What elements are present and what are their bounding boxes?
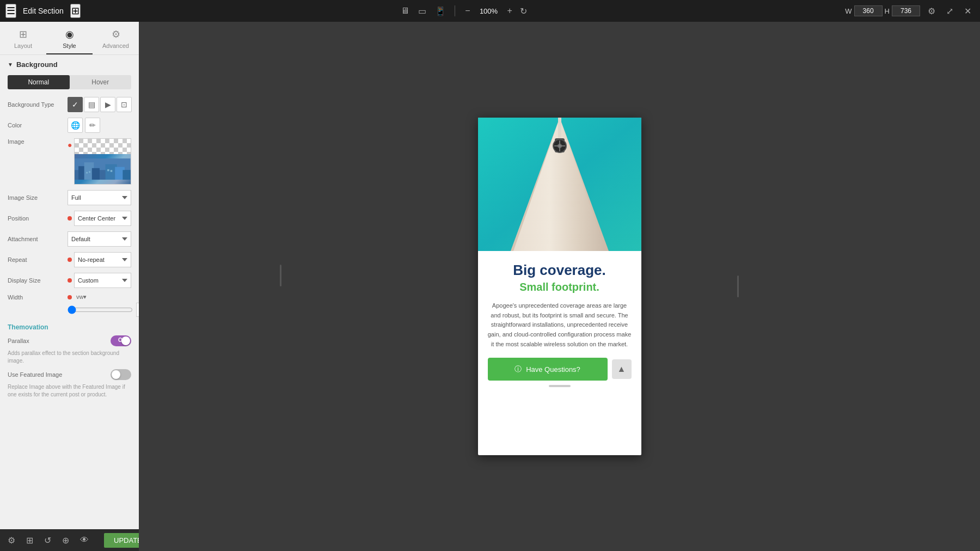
position-select[interactable]: Center Center <box>74 211 131 226</box>
tab-advanced-label: Advanced <box>102 42 129 49</box>
repeat-link-dot <box>68 258 72 262</box>
top-bar-left: ☰ Edit Section ⊞ <box>5 4 81 18</box>
top-bar-right: W H ⚙ ⤢ ✕ <box>845 5 975 17</box>
handle-bar-right <box>737 276 739 297</box>
svg-rect-10 <box>108 169 110 172</box>
width-slider[interactable] <box>68 305 133 314</box>
preview-hero-image <box>478 118 641 251</box>
repeat-label: Repeat <box>8 256 68 263</box>
preview-body-text: Apogee's unprecedented coverage areas ar… <box>488 301 632 349</box>
resize-handle-left[interactable] <box>278 22 283 529</box>
hamburger-button[interactable]: ☰ <box>5 4 16 18</box>
handle-bar-left <box>280 265 281 286</box>
update-button[interactable]: UPDATE <box>104 533 139 548</box>
tab-advanced[interactable]: ⚙ Advanced <box>93 25 139 54</box>
preview-scroll-indicator <box>549 385 571 387</box>
close-button[interactable]: ✕ <box>961 5 975 17</box>
featured-image-toggle[interactable]: No <box>111 369 131 380</box>
bg-type-color-button[interactable]: ✓ <box>68 97 83 112</box>
page-title: Edit Section <box>23 7 64 15</box>
position-row: Position Center Center <box>8 211 131 226</box>
mobile-device-button[interactable]: 📱 <box>433 4 448 19</box>
width-unit-label: vw▾ <box>76 293 87 301</box>
bg-type-slideshow-button[interactable]: ⊡ <box>117 97 132 112</box>
advanced-icon: ⚙ <box>112 28 120 40</box>
desktop-device-button[interactable]: 🖥 <box>399 4 412 18</box>
global-color-button[interactable]: 🌐 <box>68 118 83 133</box>
display-size-label: Display Size <box>8 277 68 284</box>
image-label-text: Image <box>8 138 68 145</box>
state-tabs: Normal Hover <box>8 75 131 89</box>
main-layout: ⊞ Layout ◉ Style ⚙ Advanced ▼ Background… <box>0 22 980 551</box>
preview-bottom-button[interactable]: 👁 <box>78 533 91 547</box>
color-row: Color 🌐 ✏ <box>8 118 131 133</box>
featured-image-label: Use Featured Image <box>8 371 111 378</box>
add-section-button[interactable]: ⊕ <box>60 533 71 548</box>
tab-layout[interactable]: ⊞ Layout <box>0 25 46 54</box>
svg-marker-4 <box>92 168 100 180</box>
style-icon: ◉ <box>65 28 74 40</box>
image-row: Image ● <box>8 138 131 185</box>
expand-button[interactable]: ⤢ <box>943 5 957 17</box>
preview-content: Big coverage. Small footprint. Apogee's … <box>478 251 641 455</box>
featured-image-row: Use Featured Image No <box>8 369 131 380</box>
position-label: Position <box>8 215 68 222</box>
history-bottom-button[interactable]: ↺ <box>42 533 53 548</box>
repeat-row: Repeat No-repeat <box>8 252 131 267</box>
dimensions-box: W H <box>845 5 920 16</box>
state-hover-tab[interactable]: Hover <box>70 75 132 89</box>
tablet-device-button[interactable]: ▭ <box>416 4 428 19</box>
color-controls: 🌐 ✏ <box>68 118 131 133</box>
background-section-header[interactable]: ▼ Background <box>8 60 131 69</box>
bg-type-video-button[interactable]: ▶ <box>100 97 115 112</box>
position-link-dot <box>68 216 72 221</box>
help-circle-icon: ⓘ <box>514 364 522 374</box>
image-size-select[interactable]: Full <box>68 190 131 205</box>
settings-bottom-button[interactable]: ⚙ <box>5 533 17 548</box>
settings-button[interactable]: ⚙ <box>924 5 939 17</box>
eyedropper-button[interactable]: ✏ <box>85 118 100 133</box>
width-label: Width <box>8 294 68 301</box>
resize-handle-right[interactable] <box>735 22 740 551</box>
preview-cta-button[interactable]: ⓘ Have Questions? <box>488 358 608 381</box>
top-bar: ☰ Edit Section ⊞ 🖥 ▭ 📱 − 100% + ↻ W H ⚙ … <box>0 0 980 22</box>
layout-icon: ⊞ <box>19 28 27 40</box>
display-size-select[interactable]: Custom <box>74 273 131 288</box>
top-bar-center: 🖥 ▭ 📱 − 100% + ↻ <box>81 4 846 19</box>
preview-scroll-up-button[interactable]: ▲ <box>612 359 632 379</box>
w-label: W <box>845 7 852 15</box>
parallax-toggle[interactable]: OFF <box>111 335 131 346</box>
preview-cta-label: Have Questions? <box>526 365 580 374</box>
background-label: Background <box>16 60 58 69</box>
slider-container: ▲ ▼ <box>68 303 139 317</box>
width-slider-row: ▲ ▼ <box>8 303 131 317</box>
tab-layout-label: Layout <box>14 42 32 49</box>
image-link-icon: ● <box>68 140 72 149</box>
redo-button[interactable]: ↻ <box>520 6 527 16</box>
panel-content: ▼ Background Normal Hover Background Typ… <box>0 55 139 529</box>
tab-style-label: Style <box>63 42 76 49</box>
featured-image-description: Replace Image above with the Featured Im… <box>8 383 131 399</box>
color-label: Color <box>8 122 68 128</box>
parallax-row: Parallax OFF <box>8 335 131 346</box>
grid-button[interactable]: ⊞ <box>70 4 81 18</box>
height-input[interactable] <box>892 5 920 16</box>
attachment-row: Attachment Default <box>8 231 131 247</box>
svg-rect-11 <box>111 170 113 172</box>
collapse-arrow-icon: ▼ <box>8 62 13 68</box>
zoom-in-button[interactable]: + <box>504 5 516 17</box>
bg-type-gradient-button[interactable]: ▤ <box>84 97 99 112</box>
preview-cta-row: ⓘ Have Questions? ▲ <box>488 358 632 381</box>
layers-bottom-button[interactable]: ⊞ <box>24 533 35 548</box>
tab-style[interactable]: ◉ Style <box>46 25 93 54</box>
image-preview[interactable] <box>74 138 131 185</box>
width-input[interactable] <box>854 5 883 16</box>
tabs-row: ⊞ Layout ◉ Style ⚙ Advanced <box>0 22 139 55</box>
image-preview-inner <box>75 154 131 184</box>
attachment-select[interactable]: Default <box>68 231 131 247</box>
bg-type-label: Background Type <box>8 101 68 108</box>
state-normal-tab[interactable]: Normal <box>8 75 70 89</box>
repeat-select[interactable]: No-repeat <box>74 252 131 267</box>
zoom-out-button[interactable]: − <box>462 5 473 17</box>
bg-type-row: Background Type ✓ ▤ ▶ ⊡ <box>8 97 131 112</box>
